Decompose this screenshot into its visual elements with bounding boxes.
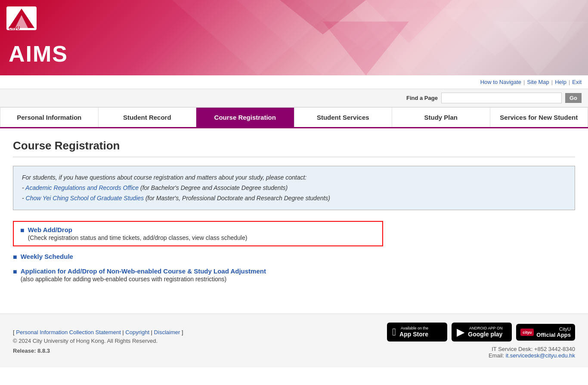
app-add-drop-item: ■ Application for Add/Drop of Non-Web-en… bbox=[13, 267, 575, 283]
footer-right:  Available on the App Store ▶ ANDROID A… bbox=[387, 323, 575, 359]
disclaimer-link[interactable]: Disclaimer bbox=[154, 329, 180, 335]
cityu-apps-badge[interactable]: cityu CityU Official Apps bbox=[516, 324, 575, 341]
google-play-badge[interactable]: ▶ ANDROID APP ON Google play bbox=[452, 323, 512, 342]
web-add-drop-link[interactable]: Web Add/Drop bbox=[28, 226, 72, 233]
app-store-badge[interactable]:  Available on the App Store bbox=[387, 323, 447, 342]
weekly-schedule-content: Weekly Schedule bbox=[21, 253, 73, 260]
separator-2: | bbox=[551, 79, 553, 85]
nav-personal-information[interactable]: Personal Information bbox=[0, 107, 99, 127]
app-add-drop-content: Application for Add/Drop of Non-Web-enab… bbox=[21, 267, 266, 283]
site-map-link[interactable]: Site Map bbox=[527, 79, 549, 85]
arro-link[interactable]: Academic Regulations and Records Office bbox=[25, 184, 139, 191]
bullet-icon-3: ■ bbox=[13, 268, 17, 276]
svg-marker-11 bbox=[495, 22, 588, 75]
link2-suffix: (for Master's, Professional Doctorate an… bbox=[144, 195, 330, 202]
cityu-logo[interactable]: CityU bbox=[6, 6, 37, 30]
google-play-icon: ▶ bbox=[457, 326, 464, 338]
copyright-link[interactable]: Copyright bbox=[125, 329, 149, 335]
info-intro: For students, if you have questions abou… bbox=[22, 174, 306, 181]
bullet-icon-2: ■ bbox=[13, 253, 17, 261]
web-add-drop-content: Web Add/Drop (Check registration status … bbox=[28, 226, 248, 241]
separator-3: | bbox=[569, 79, 570, 85]
email-link[interactable]: it.servicedesk@cityu.edu.hk bbox=[506, 352, 575, 359]
search-bar: Find a Page Go bbox=[0, 89, 588, 107]
footer-left: [ Personal Information Collection Statem… bbox=[13, 323, 183, 354]
copyright-text: © 2024 City University of Hong Kong. All… bbox=[13, 338, 183, 344]
weekly-schedule-item: ■ Weekly Schedule bbox=[13, 253, 575, 261]
it-desk-info: IT Service Desk: +852 3442-8340 Email: i… bbox=[387, 346, 575, 359]
search-input[interactable] bbox=[441, 93, 562, 103]
it-desk-email: Email: it.servicedesk@cityu.edu.hk bbox=[387, 352, 575, 359]
info-box: For students, if you have questions abou… bbox=[13, 166, 575, 210]
footer: [ Personal Information Collection Statem… bbox=[0, 314, 588, 367]
it-desk-phone: IT Service Desk: +852 3442-8340 bbox=[387, 346, 575, 352]
nav-student-services[interactable]: Student Services bbox=[294, 107, 393, 127]
aims-title: AIMS bbox=[9, 41, 68, 67]
footer-apps:  Available on the App Store ▶ ANDROID A… bbox=[387, 323, 575, 342]
bullet-icon-1: ■ bbox=[20, 227, 25, 234]
page-title: Course Registration bbox=[13, 139, 575, 157]
how-to-navigate-link[interactable]: How to Navigate bbox=[480, 79, 521, 85]
weekly-schedule-link[interactable]: Weekly Schedule bbox=[21, 253, 73, 260]
header: CityU AIMS bbox=[0, 0, 588, 75]
top-navigation: How to Navigate | Site Map | Help | Exit bbox=[0, 75, 588, 89]
release-text: Release: 8.8.3 bbox=[13, 348, 183, 354]
nav-study-plan[interactable]: Study Plan bbox=[392, 107, 490, 127]
footer-inner: [ Personal Information Collection Statem… bbox=[13, 323, 575, 359]
app-store-text: Available on the App Store bbox=[399, 326, 428, 338]
separator-1: | bbox=[523, 79, 525, 85]
main-content: Course Registration For students, if you… bbox=[0, 128, 588, 301]
nav-student-record[interactable]: Student Record bbox=[99, 107, 197, 127]
web-add-drop-subtext: (Check registration status and time tick… bbox=[28, 234, 248, 241]
link1-suffix: (for Bachelor's Degree and Associate Deg… bbox=[139, 184, 288, 191]
nav-course-registration[interactable]: Course Registration bbox=[196, 107, 294, 127]
help-link[interactable]: Help bbox=[555, 79, 566, 85]
web-add-drop-item: ■ Web Add/Drop (Check registration statu… bbox=[13, 221, 383, 246]
app-add-drop-link[interactable]: Application for Add/Drop of Non-Web-enab… bbox=[21, 267, 266, 275]
search-button[interactable]: Go bbox=[565, 93, 582, 103]
exit-link[interactable]: Exit bbox=[572, 79, 582, 85]
apple-icon:  bbox=[392, 326, 396, 338]
app-add-drop-subtext: (also applicable for adding web-enabled … bbox=[21, 276, 266, 283]
cityu-badge-logo: cityu bbox=[520, 329, 534, 336]
nav-services-new-student[interactable]: Services for New Student bbox=[490, 107, 588, 127]
cityu-badge-text: CityU Official Apps bbox=[536, 326, 571, 338]
footer-links: [ Personal Information Collection Statem… bbox=[13, 329, 183, 335]
svg-text:CityU: CityU bbox=[9, 26, 20, 30]
main-navigation: Personal Information Student Record Cour… bbox=[0, 107, 588, 128]
google-play-text: ANDROID APP ON Google play bbox=[468, 326, 502, 338]
pics-link[interactable]: Personal Information Collection Statemen… bbox=[16, 329, 121, 335]
header-background bbox=[0, 0, 588, 75]
graduate-studies-link[interactable]: Chow Yei Ching School of Graduate Studie… bbox=[26, 195, 144, 202]
find-page-label: Find a Page bbox=[406, 95, 438, 101]
